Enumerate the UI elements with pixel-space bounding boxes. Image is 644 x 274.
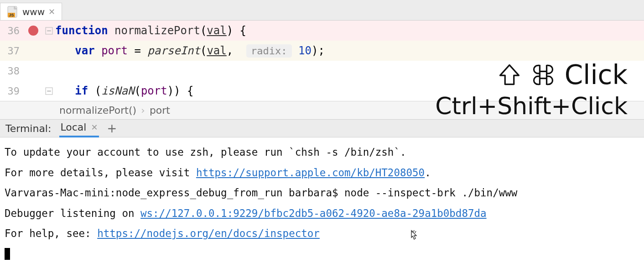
terminal-header: Terminal: Local ✕ +: [0, 119, 644, 137]
code-line-36[interactable]: 36 function normalizePort(val) {: [0, 21, 644, 41]
breakpoint-marker[interactable]: [28, 26, 38, 36]
terminal-line: Varvaras-Mac-mini:node_express_debug_fro…: [5, 187, 517, 199]
terminal-link-apple[interactable]: https://support.apple.com/kb/HT208050: [196, 167, 425, 179]
line-number: 39: [0, 85, 24, 97]
terminal-label: Terminal:: [5, 123, 51, 134]
fold-gutter[interactable]: [42, 27, 55, 35]
shift-icon: [497, 63, 522, 87]
code-content[interactable]: if (isNaN(port)) {: [55, 84, 193, 97]
fold-open-icon: [45, 27, 53, 35]
js-file-icon: JS: [7, 6, 19, 18]
terminal-output[interactable]: To update your account to use zsh, pleas…: [0, 137, 644, 269]
terminal-link-ws[interactable]: ws://127.0.0.1:9229/bfbc2db5-a062-4920-a…: [140, 207, 487, 219]
breadcrumb-function[interactable]: normalizePort(): [59, 105, 136, 116]
tab-bar: JS www ✕: [0, 0, 644, 21]
terminal-line: Debugger listening on: [5, 207, 140, 219]
shortcut-hint-overlay: Click Ctrl+Shift+Click: [435, 59, 628, 120]
terminal-cursor: [5, 248, 10, 260]
file-tab-www[interactable]: JS www ✕: [0, 3, 62, 20]
tab-filename: www: [22, 6, 45, 17]
shortcut-other: Ctrl+Shift+Click: [435, 92, 628, 120]
code-content[interactable]: function normalizePort(val) {: [55, 24, 246, 37]
add-terminal-button[interactable]: +: [107, 121, 117, 135]
fold-open-icon: [45, 87, 53, 95]
breadcrumb-var[interactable]: port: [150, 105, 170, 116]
svg-text:JS: JS: [9, 13, 14, 17]
code-line-37[interactable]: 37 var port = parseInt(val, radix: 10);: [0, 41, 644, 61]
line-number: 36: [0, 25, 24, 37]
close-icon[interactable]: ✕: [91, 122, 98, 132]
terminal-link-nodejs[interactable]: https://nodejs.org/en/docs/inspector: [97, 227, 320, 239]
mouse-pointer-icon: [408, 229, 421, 244]
terminal-line: For help, see:: [5, 227, 97, 239]
terminal-line: For more details, please visit: [5, 167, 196, 179]
terminal-tab-local[interactable]: Local ✕: [59, 120, 99, 137]
chevron-right-icon: ›: [141, 105, 145, 116]
terminal-line: To update your account to use zsh, pleas…: [5, 146, 406, 158]
line-number: 37: [0, 45, 24, 57]
command-icon: [531, 63, 556, 87]
terminal-tab-label: Local: [60, 121, 86, 133]
line-number: 38: [0, 65, 24, 77]
shortcut-mac: Click: [435, 59, 628, 90]
code-content[interactable]: var port = parseInt(val, radix: 10);: [55, 44, 325, 57]
fold-gutter[interactable]: [42, 87, 55, 95]
breakpoint-gutter[interactable]: [24, 26, 42, 36]
close-icon[interactable]: ✕: [48, 7, 55, 16]
